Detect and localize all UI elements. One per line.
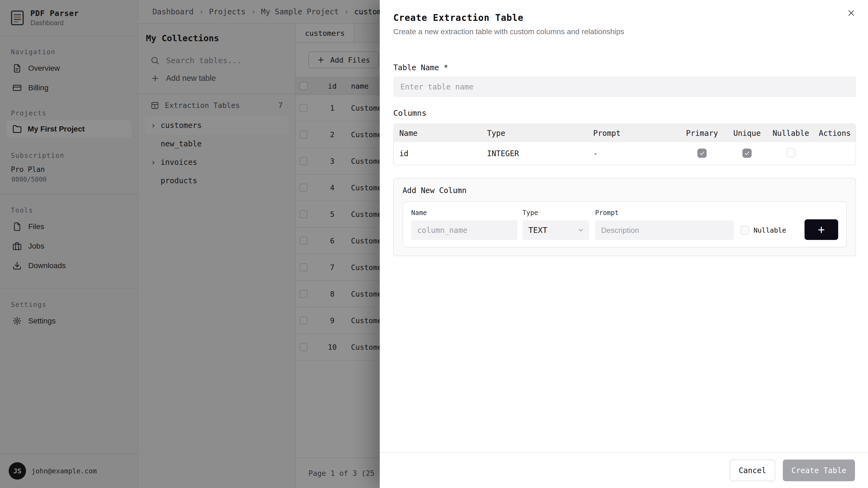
- row-checkbox[interactable]: [300, 290, 308, 298]
- user-email: john@example.com: [31, 467, 97, 475]
- sidebar-item-overview[interactable]: Overview: [0, 59, 138, 78]
- name-field-label: Name: [411, 209, 518, 217]
- sidebar-divider: [0, 194, 138, 195]
- search-tables-input[interactable]: Search tables...: [150, 56, 295, 65]
- sidebar-item-files[interactable]: Files: [0, 217, 138, 236]
- sidebar-item-settings[interactable]: Settings: [0, 311, 138, 331]
- row-id: 2: [319, 130, 345, 139]
- group-label: Extraction Tables: [165, 101, 240, 109]
- sidebar-item-label: Files: [28, 222, 44, 231]
- row-id: 8: [319, 290, 345, 298]
- group-count-badge: 7: [278, 101, 283, 109]
- type-select-value: TEXT: [528, 226, 547, 235]
- sidebar-item-jobs[interactable]: Jobs: [0, 236, 138, 256]
- app-root: PDF Parser Dashboard Navigation Overview…: [0, 0, 868, 488]
- sidebar-item-label: Overview: [28, 64, 60, 73]
- sidebar-divider: [0, 289, 138, 289]
- tab-customers[interactable]: customers: [296, 24, 354, 42]
- extraction-tables-group[interactable]: Extraction Tables 7: [151, 101, 290, 109]
- prompt-field-label: Prompt: [595, 209, 734, 217]
- row-id: 5: [319, 210, 345, 219]
- columns-table: Name Type Prompt Primary Unique Nullable…: [393, 124, 856, 165]
- sidebar-item-label: Downloads: [28, 261, 66, 270]
- col-header-primary: Primary: [678, 124, 726, 142]
- add-column-button[interactable]: +: [805, 219, 838, 240]
- row-checkbox[interactable]: [300, 343, 308, 351]
- column-name-input[interactable]: [411, 220, 518, 240]
- row-checkbox[interactable]: [300, 210, 308, 218]
- search-icon: [150, 56, 159, 65]
- section-label-tools: Tools: [11, 206, 138, 214]
- collections-title: My Collections: [146, 33, 295, 43]
- breadcrumb-separator: ›: [251, 7, 255, 16]
- breadcrumb-item[interactable]: My Sample Project: [261, 7, 339, 16]
- app-header: PDF Parser Dashboard: [0, 0, 138, 36]
- table-name-label: new_table: [161, 139, 202, 148]
- plan-usage: 0000/5000: [11, 176, 138, 183]
- plus-icon: [317, 56, 325, 64]
- tables-list-item[interactable]: ›invoices: [145, 153, 289, 171]
- breadcrumb-item[interactable]: Projects: [209, 7, 246, 16]
- table-name-label: customers: [161, 121, 202, 130]
- row-id: 1: [319, 104, 345, 112]
- row-checkbox[interactable]: [300, 263, 308, 271]
- user-account[interactable]: JS john@example.com: [0, 453, 138, 488]
- row-id: 10: [319, 343, 345, 351]
- select-all-checkbox[interactable]: [300, 82, 308, 90]
- table-name-label: products: [161, 176, 197, 185]
- plus-icon: [151, 74, 159, 83]
- tables-list-item[interactable]: products: [145, 171, 289, 190]
- chevron-right-icon: ›: [151, 158, 161, 167]
- breadcrumb-item[interactable]: Dashboard: [152, 7, 194, 16]
- sidebar-item-label: Jobs: [28, 242, 44, 251]
- collections-panel: My Collections Search tables... Add new …: [138, 24, 296, 488]
- prompt-input[interactable]: [595, 220, 734, 240]
- add-new-table-button[interactable]: Add new table: [151, 74, 295, 83]
- gear-icon: [12, 316, 22, 326]
- add-files-label: Add Files: [330, 56, 370, 64]
- row-checkbox[interactable]: [300, 130, 308, 138]
- type-select[interactable]: TEXT: [522, 220, 589, 240]
- columns-table-row: idINTEGER-: [394, 142, 856, 165]
- tables-list-item[interactable]: new_table: [145, 134, 289, 153]
- col-header-type: Type: [482, 124, 588, 142]
- sidebar-item-label: Billing: [28, 84, 49, 92]
- avatar: JS: [9, 462, 26, 480]
- sidebar: PDF Parser Dashboard Navigation Overview…: [0, 0, 138, 488]
- cancel-button[interactable]: Cancel: [730, 459, 775, 481]
- sidebar-item-label: Settings: [28, 317, 56, 325]
- row-checkbox[interactable]: [300, 237, 308, 245]
- nullable-checkbox: [786, 148, 796, 157]
- close-button[interactable]: [845, 7, 857, 19]
- file-text-icon: [12, 64, 22, 73]
- tables-list-item[interactable]: ›customers: [145, 116, 289, 134]
- table-name-input[interactable]: [393, 76, 856, 97]
- sidebar-item-downloads[interactable]: Downloads: [0, 256, 138, 275]
- close-icon: [847, 9, 855, 17]
- breadcrumb-separator: ›: [199, 7, 204, 16]
- table-icon: [151, 101, 159, 109]
- row-checkbox[interactable]: [300, 104, 308, 112]
- columns-table-body: idINTEGER-: [394, 142, 856, 165]
- sidebar-item-billing[interactable]: Billing: [0, 78, 138, 98]
- nullable-checkbox[interactable]: [741, 226, 749, 234]
- sidebar-item-my-first-project[interactable]: My First Project: [6, 120, 131, 138]
- credit-card-icon: [12, 83, 22, 93]
- modal-footer: Cancel Create Table: [380, 452, 868, 488]
- nullable-toggle-group: Nullable: [741, 220, 786, 240]
- file-icon: [12, 222, 22, 231]
- app-title: PDF Parser: [30, 9, 79, 18]
- breadcrumb-separator: ›: [344, 7, 349, 16]
- create-table-button[interactable]: Create Table: [783, 459, 855, 481]
- app-logo-icon: [10, 10, 24, 26]
- row-checkbox[interactable]: [300, 157, 308, 165]
- col-header-nullable: Nullable: [768, 124, 814, 142]
- primary-checkbox: [698, 149, 707, 158]
- row-checkbox[interactable]: [300, 184, 308, 192]
- column-header-name: name: [351, 82, 369, 90]
- row-checkbox[interactable]: [300, 316, 308, 325]
- section-label-subscription: Subscription: [11, 152, 138, 159]
- row-id: 7: [319, 263, 345, 272]
- add-files-button[interactable]: Add Files: [308, 52, 378, 68]
- row-id: 6: [319, 237, 345, 245]
